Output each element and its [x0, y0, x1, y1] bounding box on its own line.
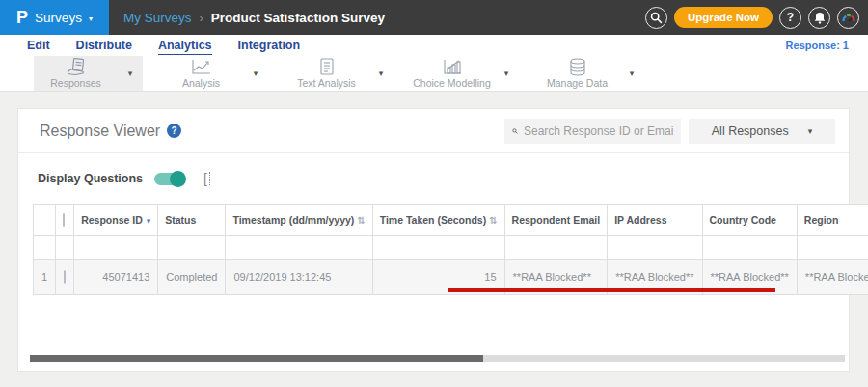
- cell-timestamp: 09/12/2019 13:12:45: [226, 260, 372, 295]
- product-menu-label: Surveys: [35, 11, 82, 25]
- notifications-button[interactable]: [808, 7, 830, 29]
- tab-analytics[interactable]: Analytics: [158, 37, 212, 55]
- surveys-product-menu[interactable]: P Surveys ▾: [0, 0, 109, 35]
- display-questions-label: Display Questions: [38, 172, 143, 185]
- table-filter-row: [34, 236, 868, 260]
- toolbar-item-choice-modelling[interactable]: Choice Modelling: [410, 56, 494, 91]
- hand-document-icon: [65, 58, 88, 76]
- breadcrumb-my-surveys[interactable]: My Surveys: [123, 11, 192, 25]
- filter-cell[interactable]: [372, 236, 504, 260]
- bell-icon: [814, 12, 826, 24]
- header-time-taken[interactable]: Time Taken (Seconds)⇅: [372, 205, 504, 236]
- chevron-down-icon: ▾: [808, 126, 813, 136]
- freeze-columns-icon[interactable]: [: [203, 172, 210, 185]
- page-title: Response Viewer: [40, 123, 160, 140]
- header-select-all: [56, 205, 74, 236]
- filter-dropdown-value: All Responses: [712, 124, 789, 138]
- filter-cell[interactable]: [608, 236, 702, 260]
- toggle-knob: [170, 171, 186, 187]
- text-analysis-dropdown-caret[interactable]: ▾: [368, 56, 393, 91]
- responses-table: Response ID▾ Status Timestamp (dd/mm/yyy…: [33, 204, 868, 295]
- sort-both-icon[interactable]: ⇅: [489, 215, 497, 226]
- analysis-dropdown-caret[interactable]: ▾: [243, 56, 268, 91]
- cell-status: Completed: [158, 260, 226, 295]
- header-actions: Upgrade Now ?: [645, 7, 868, 29]
- chevron-down-icon: ▾: [89, 14, 93, 23]
- toolbar-group-choice-modelling: Choice Modelling ▾: [410, 56, 519, 91]
- response-search-box[interactable]: [504, 119, 681, 144]
- search-icon: [650, 12, 663, 24]
- breadcrumb-survey-title: Product Satisfaction Survey: [211, 11, 385, 25]
- horizontal-scrollbar-track[interactable]: [30, 355, 845, 362]
- sort-both-icon[interactable]: ⇅: [357, 215, 365, 226]
- horizontal-scrollbar-thumb[interactable]: [30, 355, 483, 362]
- select-all-checkbox[interactable]: [63, 213, 65, 227]
- responses-dropdown-caret[interactable]: ▾: [118, 56, 143, 91]
- database-icon: [566, 58, 589, 76]
- toolbar-group-responses: Responses ▾: [34, 56, 143, 91]
- header-row-number: [34, 205, 56, 236]
- display-questions-row: Display Questions [: [18, 153, 849, 204]
- choice-modelling-dropdown-caret[interactable]: ▾: [494, 56, 519, 91]
- header-region: Region: [797, 205, 868, 236]
- display-questions-toggle[interactable]: [154, 173, 184, 185]
- redaction-highlight-annotation: [448, 288, 775, 292]
- account-avatar[interactable]: [837, 7, 859, 29]
- row-checkbox[interactable]: [64, 270, 66, 284]
- toolbar-item-responses[interactable]: Responses: [34, 56, 118, 91]
- filter-cell[interactable]: [158, 236, 226, 260]
- card-header: Response Viewer ? All Responses ▾: [18, 109, 849, 153]
- questionpro-logo: P: [16, 9, 28, 26]
- cell-row-number: 1: [34, 260, 56, 295]
- toolbar-item-text-analysis[interactable]: Text Analysis: [285, 56, 368, 91]
- toolbar-item-manage-data[interactable]: Manage Data: [535, 56, 619, 91]
- header-timestamp[interactable]: Timestamp (dd/mm/yyyy)⇅: [226, 205, 372, 236]
- toolbar-item-analysis[interactable]: Analysis: [159, 56, 243, 91]
- header-respondent-email: Respondent Email: [504, 205, 608, 236]
- line-chart-icon: [190, 58, 213, 76]
- response-viewer-card: Response Viewer ? All Responses ▾ Displa…: [17, 108, 850, 372]
- filter-cell[interactable]: [797, 236, 868, 260]
- survey-nav: Edit Distribute Analytics Integration Re…: [0, 35, 868, 56]
- toolbar-group-manage-data: Manage Data ▾: [535, 56, 644, 91]
- manage-data-dropdown-caret[interactable]: ▾: [619, 56, 644, 91]
- search-input[interactable]: [524, 124, 673, 138]
- search-icon: [512, 125, 518, 137]
- filter-cell[interactable]: [74, 236, 158, 260]
- toolbar-group-text-analysis: Text Analysis ▾: [285, 56, 393, 91]
- breadcrumb-separator-icon: ›: [200, 11, 203, 25]
- filter-cell[interactable]: [504, 236, 608, 260]
- bar-chart-icon: [441, 58, 464, 76]
- cell-region: **RAA Blocked**: [797, 260, 868, 295]
- help-button[interactable]: ?: [779, 7, 801, 29]
- response-count-badge: Response: 1: [786, 40, 849, 51]
- header-country-code: Country Code: [702, 205, 797, 236]
- top-header-bar: P Surveys ▾ My Surveys › Product Satisfa…: [0, 0, 868, 35]
- upgrade-now-button[interactable]: Upgrade Now: [674, 7, 773, 28]
- analytics-toolbar: Responses ▾ Analysis ▾: [0, 56, 868, 92]
- global-search-button[interactable]: [645, 7, 667, 29]
- filter-cell[interactable]: [226, 236, 372, 260]
- response-viewer-help-icon[interactable]: ?: [167, 124, 181, 138]
- breadcrumb: My Surveys › Product Satisfaction Survey: [123, 11, 385, 25]
- filter-cell[interactable]: [702, 236, 797, 260]
- header-ip-address: IP Address: [608, 205, 702, 236]
- header-status: Status: [158, 205, 226, 236]
- tab-edit[interactable]: Edit: [27, 37, 50, 54]
- responses-filter-dropdown[interactable]: All Responses ▾: [689, 119, 835, 144]
- toolbar-group-analysis: Analysis ▾: [159, 56, 268, 91]
- table-header-row: Response ID▾ Status Timestamp (dd/mm/yyy…: [34, 205, 868, 236]
- header-response-id[interactable]: Response ID▾: [74, 205, 158, 236]
- tab-distribute[interactable]: Distribute: [76, 37, 132, 54]
- tab-integration[interactable]: Integration: [238, 37, 301, 54]
- cell-response-id[interactable]: 45071413: [74, 260, 158, 295]
- document-text-icon: [315, 58, 339, 76]
- cell-select: [56, 260, 74, 295]
- sort-desc-icon[interactable]: ▾: [147, 216, 151, 226]
- gauge-icon: [842, 14, 855, 22]
